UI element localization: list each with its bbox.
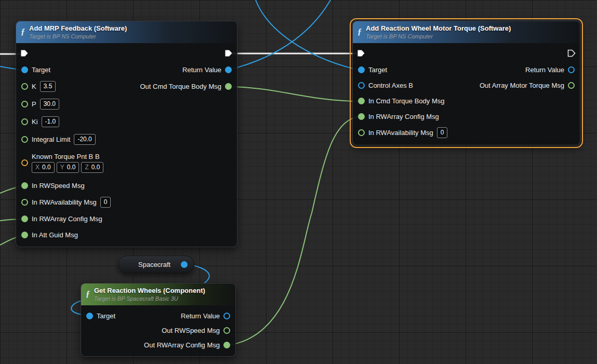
pin-label: Out Cmd Torque Body Msg (140, 83, 221, 90)
wire-rwarray-config[interactable] (227, 117, 360, 345)
pin-label: In RWArray Config Msg (32, 215, 102, 223)
pin-row: Integral Limit -20.0 (16, 130, 237, 148)
exec-in-pin[interactable] (357, 49, 365, 57)
node-title: Add MRP Feedback (Software) (29, 24, 127, 32)
node-spacecraft-variable[interactable]: Spacecraft (118, 255, 194, 274)
target-pin[interactable] (86, 313, 93, 319)
p-pin[interactable] (21, 101, 28, 107)
in-rwavailability-pin[interactable] (358, 129, 365, 136)
node-subtitle: Target is BP NS Computer (29, 33, 127, 39)
pin-row: Target Return Value (81, 308, 235, 323)
pin-row: Target Return Value (16, 62, 237, 77)
node-add-reaction-wheel-motor-torque[interactable]: ƒ Add Reaction Wheel Motor Torque (Softw… (352, 21, 580, 145)
node-header[interactable]: ƒ Get Reaction Wheels (Component) Target… (81, 284, 235, 305)
pin-row: In RWArray Config Msg (16, 210, 237, 227)
pin-label: Control Axes B (368, 82, 413, 89)
wire-target-motor-from-top[interactable] (256, 0, 360, 70)
function-icon: ƒ (86, 290, 90, 298)
pin-row: In RWAvailability Msg 0 (353, 124, 580, 141)
k-pin[interactable] (21, 83, 28, 90)
integral-limit-value-field[interactable]: -20.0 (74, 134, 95, 145)
return-value-pin[interactable] (223, 313, 230, 319)
pin-label: Out Array Motor Torque Msg (480, 82, 564, 89)
pin-label: Out RWArray Config Msg (144, 341, 220, 349)
in-rwarray-config-pin[interactable] (21, 215, 28, 222)
pin-row: K 3.5 Out Cmd Torque Body Msg (16, 77, 237, 95)
variable-label: Spacecraft (138, 261, 170, 268)
pin-row: In Cmd Torque Body Msg (353, 93, 580, 109)
pin-label: Target (368, 66, 387, 74)
pin-label: In RWSpeed Msg (32, 182, 85, 190)
pin-label: In RWArray Config Msg (368, 113, 439, 120)
pin-label: Target (32, 66, 50, 74)
pin-row: P 30.0 (16, 95, 237, 113)
out-rwarray-config-pin[interactable] (223, 342, 230, 348)
k-value-field[interactable]: 3.5 (40, 81, 56, 92)
out-rwspeed-pin[interactable] (223, 327, 230, 334)
exec-out-pin[interactable] (224, 49, 233, 57)
ki-pin[interactable] (21, 118, 28, 125)
pin-label: K (32, 83, 36, 90)
node-title: Get Reaction Wheels (Component) (94, 287, 205, 294)
return-value-pin[interactable] (568, 66, 575, 73)
pin-label: Return Value (525, 66, 564, 74)
pin-row: Out RWSpeed Msg (81, 323, 235, 338)
pin-label: Integral Limit (32, 136, 70, 143)
pin-row: Target Return Value (353, 62, 580, 77)
exec-out-pin[interactable] (567, 49, 576, 57)
node-get-reaction-wheels[interactable]: ƒ Get Reaction Wheels (Component) Target… (81, 283, 236, 357)
pin-label: In Cmd Torque Body Msg (368, 97, 444, 105)
pin-label: In RWAvailability Msg (32, 198, 97, 206)
in-cmd-torque-pin[interactable] (358, 98, 365, 104)
in-rwspeed-pin[interactable] (21, 182, 28, 189)
integral-limit-pin[interactable] (21, 136, 28, 143)
ki-value-field[interactable]: -1.0 (42, 116, 60, 127)
wire-cmd-torque[interactable] (228, 87, 360, 101)
node-title: Add Reaction Wheel Motor Torque (Softwar… (366, 24, 511, 32)
node-header[interactable]: ƒ Add Reaction Wheel Motor Torque (Softw… (353, 21, 580, 43)
out-array-motor-torque-pin[interactable] (568, 82, 575, 89)
pin-label: Return Value (181, 312, 220, 320)
blueprint-graph-canvas[interactable]: ƒ Add MRP Feedback (Software) Target is … (0, 0, 597, 364)
vector-x-field[interactable]: X0.0 (32, 162, 55, 173)
vector-z-field[interactable]: Z0.0 (81, 162, 103, 173)
pin-row: In RWAvailability Msg 0 (16, 194, 237, 210)
rwavailability-value-field[interactable]: 0 (100, 197, 111, 208)
pin-label: In Att Guid Msg (32, 231, 78, 239)
spacecraft-output-pin[interactable] (181, 261, 188, 268)
pin-row: Known Torque Pnt B B X0.0 Y0.0 Z0.0 (16, 148, 237, 177)
in-rwavailability-pin[interactable] (21, 199, 28, 206)
control-axes-pin[interactable] (358, 82, 365, 89)
exec-in-pin[interactable] (20, 49, 29, 57)
pin-label: Ki (32, 118, 38, 126)
out-cmd-torque-pin[interactable] (225, 83, 232, 90)
p-value-field[interactable]: 30.0 (40, 99, 59, 110)
vector-y-field[interactable]: Y0.0 (57, 162, 79, 173)
node-header[interactable]: ƒ Add MRP Feedback (Software) Target is … (16, 21, 237, 43)
function-icon: ƒ (21, 28, 25, 36)
node-subtitle: Target is BP NS Computer (366, 33, 511, 39)
pin-label: Out RWSpeed Msg (162, 327, 220, 334)
function-icon: ƒ (357, 28, 362, 36)
pin-label: Known Torque Pnt B B (32, 153, 103, 160)
pin-row: Control Axes B Out Array Motor Torque Ms… (353, 77, 580, 93)
pin-label: Target (97, 312, 115, 320)
node-subtitle: Target is BP Spacecraft Basic 3U (94, 295, 205, 302)
pin-label: In RWAvailability Msg (368, 129, 433, 137)
target-pin[interactable] (358, 66, 365, 73)
rwavailability-value-field[interactable]: 0 (437, 127, 448, 138)
pin-label: P (32, 100, 36, 108)
node-add-mrp-feedback[interactable]: ƒ Add MRP Feedback (Software) Target is … (16, 21, 237, 247)
pin-row: In RWSpeed Msg (16, 177, 237, 194)
pin-row: Out RWArray Config Msg (81, 338, 235, 352)
wire-return-mrp-to-top[interactable] (228, 0, 330, 70)
in-att-guid-pin[interactable] (21, 232, 28, 238)
pin-row: In Att Guid Msg (16, 227, 237, 242)
known-torque-vector-pin[interactable] (21, 159, 28, 166)
pin-row: Ki -1.0 (16, 113, 237, 130)
pin-label: Return Value (182, 66, 221, 74)
target-pin[interactable] (21, 66, 28, 73)
return-value-pin[interactable] (225, 66, 232, 73)
pin-row: In RWArray Config Msg (353, 109, 580, 124)
in-rwarray-config-pin[interactable] (358, 113, 365, 120)
